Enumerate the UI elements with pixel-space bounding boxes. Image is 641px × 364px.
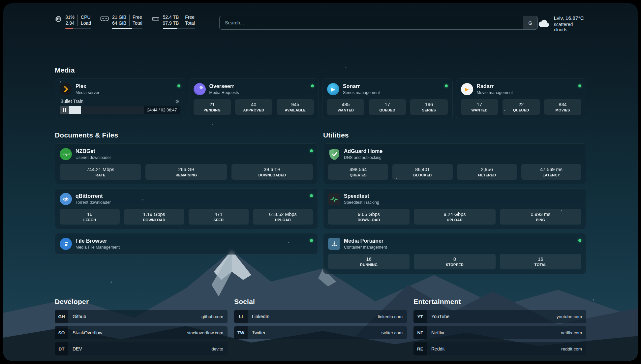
app-card-overseerr: Overseerr Media Requests 21 PENDING 40 A… [189, 78, 319, 119]
playback-strip: 24:44 / 02:06:47 [60, 106, 180, 114]
app-name: qBittorrent [76, 193, 306, 199]
app-name: AdGuard Home [344, 148, 581, 155]
overseerr-icon[interactable] [194, 83, 206, 95]
stat-label: DOWNLOAD [125, 218, 183, 223]
stat-remaining: 266 GB REMAINING [145, 164, 227, 180]
portainer-icon[interactable] [328, 238, 340, 250]
storage-free-value: 52.4 TB [163, 15, 179, 20]
storage-total-value: 97.9 TB [163, 20, 179, 26]
stat-label: RUNNING [329, 262, 408, 267]
cloud-icon [538, 19, 550, 29]
stat-rate: 744.21 Mbps RATE [60, 164, 141, 180]
stat-label: PING [501, 218, 580, 223]
memory-free-value: 21 GiB [112, 15, 126, 20]
bookmark-name: Reddit [427, 346, 561, 351]
stat-value: 1.19 Gbps [125, 211, 183, 218]
stat-label: AVAILABLE [278, 108, 313, 113]
app-card-qbittorrent: qb qBittorrent Torrent downloader 16 LEE… [55, 188, 318, 229]
storage-widget: 52.4 TB 97.9 TB Free Total [152, 15, 195, 29]
stat-latency: 47.569 ms LATENCY [521, 164, 581, 180]
stat-label: LATENCY [523, 173, 580, 178]
app-name: File Browser [76, 238, 306, 244]
plex-player-widget: Bullet Train ⚙ 24:44 / 02:06:47 [60, 99, 180, 114]
qbittorrent-icon[interactable]: qb [60, 193, 72, 205]
app-subtitle: Series management [343, 90, 441, 95]
cpu-icon [55, 15, 62, 23]
stat-download: 1.19 Gbps DOWNLOAD [124, 209, 184, 225]
bookmark-netflix[interactable]: NF Netflix netflix.com [413, 326, 586, 339]
bookmark-youtube[interactable]: YT YouTube youtube.com [413, 310, 586, 323]
stat-value: 16 [61, 211, 118, 218]
weather-condition: scattered clouds [554, 22, 586, 32]
stat-available: 945 AVAILABLE [277, 99, 314, 115]
storage-drive-icon [152, 15, 160, 22]
media-section: Media Plex Media server [55, 66, 586, 119]
stat-queued: 17 QUEUED [369, 99, 406, 115]
search-input[interactable] [220, 16, 523, 29]
play-glyph: ▶ [331, 86, 335, 92]
bookmark-stackoverflow[interactable]: SO StackOverflow stackoverflow.com [55, 326, 228, 339]
adguard-shield-icon[interactable] [328, 148, 340, 160]
playback-progress-bar[interactable] [69, 106, 144, 114]
nzbget-icon[interactable]: nzbget [60, 148, 72, 160]
stat-label: BLOCKED [394, 173, 451, 178]
filebrowser-icon[interactable] [60, 238, 72, 250]
speedtest-icon[interactable] [328, 193, 340, 205]
stat-label: REMAINING [147, 173, 226, 178]
app-name: NZBGet [76, 148, 306, 155]
topbar-divider [55, 41, 586, 41]
bookmark-url: netflix.com [561, 330, 586, 335]
bookmark-group-title: Social [234, 298, 407, 306]
status-online-dot [177, 84, 180, 87]
bookmark-group-title: Developer [55, 298, 228, 306]
bookmark-group-social: Social LI LinkedIn linkedin.com TW Twitt… [234, 298, 407, 355]
stat-downloaded: 39.6 TB DOWNLOADED [231, 164, 313, 180]
stat-value: 0 [415, 256, 494, 262]
bookmark-github[interactable]: GH Github github.com [55, 310, 228, 323]
cpu-usage-bar [65, 28, 91, 29]
stat-value: 16 [501, 256, 580, 262]
stat-value: 485 [328, 102, 363, 108]
bookmark-group-developer: Developer GH Github github.com SO StackO… [55, 298, 228, 355]
stat-total: 16 TOTAL [500, 254, 581, 269]
stat-label: MOVIES [545, 108, 580, 113]
radarr-icon[interactable]: ▶ [461, 83, 473, 95]
stat-blocked: 86,401 BLOCKED [392, 164, 452, 180]
storage-total-label: Total [185, 20, 195, 26]
app-subtitle: Movie management [477, 90, 575, 95]
stat-series: 196 SERIES [410, 99, 447, 115]
stat-label: RATE [61, 173, 140, 178]
bookmark-dev[interactable]: DT DEV dev.to [55, 342, 228, 355]
search-engine-button[interactable]: G [523, 16, 537, 29]
stat-label: UPLOAD [415, 218, 494, 223]
media-section-title: Media [55, 66, 586, 74]
bookmark-linkedin[interactable]: LI LinkedIn linkedin.com [234, 310, 407, 323]
bookmark-url: dev.to [211, 347, 228, 351]
bookmark-reddit[interactable]: RE Reddit reddit.com [413, 342, 586, 355]
status-online-dot [311, 84, 314, 87]
bookmark-name: LinkedIn [248, 314, 378, 319]
stat-label: WANTED [462, 108, 497, 113]
stat-value: 0.993 ms [501, 211, 580, 218]
app-card-sonarr: ▶ Sonarr Series management 485 WANTED [322, 78, 453, 119]
stat-value: 16 [329, 256, 408, 262]
plex-icon[interactable] [60, 83, 72, 95]
pause-button[interactable] [60, 106, 69, 114]
playback-progress-fill [69, 106, 81, 114]
app-card-speedtest: Speedtest Speedtest Tracking 9.65 Gbps D… [323, 188, 586, 229]
sonarr-icon[interactable]: ▶ [327, 83, 339, 95]
bookmark-twitter[interactable]: TW Twitter twitter.com [234, 326, 407, 339]
memory-icon [100, 15, 109, 22]
settings-gear-icon[interactable]: ⚙ [175, 99, 179, 104]
stat-value: 834 [545, 102, 580, 108]
status-online-dot [578, 239, 581, 242]
top-bar: 31% 2.94 CPU Load [55, 3, 586, 32]
stat-value: 22 [504, 102, 538, 108]
media-grid: Plex Media server Bullet Train ⚙ [55, 78, 586, 119]
app-card-radarr: ▶ Radarr Movie management 17 WANTED [456, 78, 587, 119]
netflix-icon: NF [413, 326, 427, 339]
stat-label: QUERIES [329, 173, 387, 178]
twitter-icon: TW [234, 326, 248, 339]
stat-value: 9.65 Gbps [329, 211, 408, 218]
stat-value: 744.21 Mbps [61, 167, 140, 173]
